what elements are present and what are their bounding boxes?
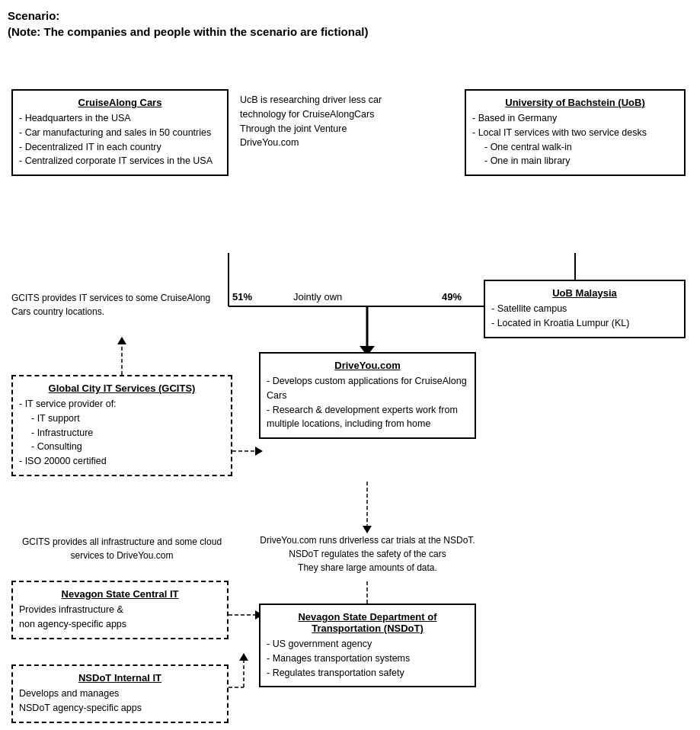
box-gcits: Global City IT Services (GCITS) - IT ser… (11, 375, 232, 476)
svg-marker-14 (239, 653, 248, 661)
gcits-line5: - ISO 20000 certified (19, 454, 225, 469)
nsdot-content: - US government agency - Manages transpo… (267, 637, 468, 680)
header-line2: (Note: The companies and people within t… (8, 24, 692, 40)
svg-marker-7 (117, 337, 126, 344)
driveyou-content: - Develops custom applications for Cruis… (267, 374, 468, 431)
driveyou-title: DriveYou.com (267, 360, 468, 371)
header-line1: Scenario: (8, 8, 692, 24)
box-cruisealong: CruiseAlong Cars - Headquarters in the U… (11, 89, 229, 176)
uob-line1: - Based in Germany (472, 111, 678, 126)
cruisealong-title: CruiseAlong Cars (19, 97, 221, 108)
gcits-provides-content: GCITS provides all infrastructure and so… (11, 535, 232, 562)
nsdot-internal-line1: Develops and manages (19, 687, 221, 701)
uob-line4: - One in main library (472, 154, 678, 168)
uob-title: University of Bachstein (UoB) (472, 97, 678, 108)
cruisealong-line1: - Headquarters in the USA (19, 111, 221, 126)
nsdot-line2: - Manages transportation systems (267, 652, 468, 666)
percent-51-label: 51% (232, 291, 252, 303)
nevagon-central-line1: Provides infrastructure & (19, 603, 221, 617)
uob-content: - Based in Germany - Local IT services w… (472, 111, 678, 168)
gcits-line3: - Infrastructure (19, 426, 225, 440)
nsdot-internal-line2: NSDoT agency-specific apps (19, 701, 221, 716)
nsdot-internal-title: NSDoT Internal IT (19, 672, 221, 684)
gcits-arrow-content: GCITS provides IT services to some Cruis… (11, 291, 229, 319)
uob-line3: - One central walk-in (472, 140, 678, 155)
percent-49-label: 49% (442, 291, 462, 303)
nsdot-line3: - Regulates transportation safety (267, 666, 468, 680)
nsdot-title: Nevagon State Department of Transportati… (267, 611, 468, 634)
driveyou-line1: - Develops custom applications for Cruis… (267, 374, 468, 403)
cruisealong-line4: - Centralized corporate IT services in t… (19, 154, 221, 168)
nsdot-line1: - US government agency (267, 637, 468, 652)
box-uob: University of Bachstein (UoB) - Based in… (465, 89, 686, 176)
gcits-title: Global City IT Services (GCITS) (19, 383, 225, 394)
scenario-header: Scenario: (Note: The companies and peopl… (8, 8, 692, 40)
driveyou-line2: - Research & development experts work fr… (267, 403, 468, 432)
box-nevagon-central: Nevagon State Central IT Provides infras… (11, 581, 229, 639)
uob-malaysia-line2: - Located in Kroatia Lumpur (KL) (491, 316, 678, 331)
gcits-arrow-text: GCITS provides IT services to some Cruis… (11, 291, 229, 319)
box-driveyou: DriveYou.com - Develops custom applicati… (259, 352, 476, 439)
cruisealong-content: - Headquarters in the USA - Car manufact… (19, 111, 221, 168)
cruisealong-line2: - Car manufacturing and sales in 50 coun… (19, 126, 221, 140)
driveyou-trials-text: DriveYou.com runs driverless car trials … (259, 533, 476, 575)
gcits-provides-text: GCITS provides all infrastructure and so… (11, 535, 232, 562)
gcits-line2: - IT support (19, 411, 225, 426)
uob-malaysia-line1: - Satellite campus (491, 302, 678, 316)
nsdot-internal-content: Develops and manages NSDoT agency-specif… (19, 687, 221, 716)
uob-line2: - Local IT services with two service des… (472, 126, 678, 140)
uob-malaysia-content: - Satellite campus - Located in Kroatia … (491, 302, 678, 331)
ucb-text-content: UcB is researching driver less car techn… (240, 93, 392, 150)
uob-malaysia-title: UoB Malaysia (491, 287, 678, 299)
box-nsdot: Nevagon State Department of Transportati… (259, 604, 476, 687)
ucb-research-text: UcB is researching driver less car techn… (240, 93, 392, 150)
svg-marker-9 (255, 447, 263, 456)
jointly-own-label: Jointly own (293, 291, 342, 303)
nevagon-central-content: Provides infrastructure & non agency-spe… (19, 603, 221, 632)
cruisealong-line3: - Decentralized IT in each country (19, 140, 221, 155)
nevagon-central-title: Nevagon State Central IT (19, 588, 221, 600)
driveyou-trials-line3: They share large amounts of data. (259, 561, 476, 575)
gcits-line1: - IT service provider of: (19, 397, 225, 411)
box-uob-malaysia: UoB Malaysia - Satellite campus - Locate… (484, 280, 686, 338)
driveyou-trials-line1: DriveYou.com runs driverless car trials … (259, 533, 476, 547)
svg-marker-16 (363, 526, 372, 533)
gcits-content: - IT service provider of: - IT support -… (19, 397, 225, 469)
driveyou-trials-line2: NSDoT regulates the safety of the cars (259, 547, 476, 561)
nevagon-central-line2: non agency-specific apps (19, 617, 221, 632)
box-nsdot-internal: NSDoT Internal IT Develops and manages N… (11, 664, 229, 723)
gcits-line4: - Consulting (19, 440, 225, 454)
